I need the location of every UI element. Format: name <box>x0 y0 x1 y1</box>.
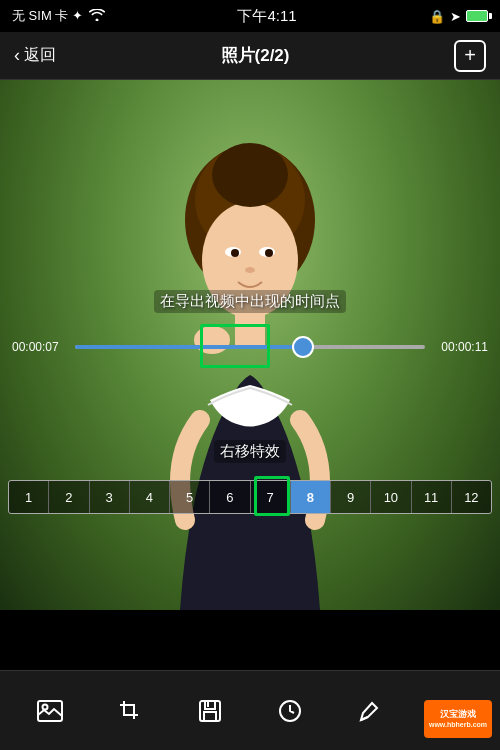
watermark-line1: 汉宝游戏 <box>440 709 476 721</box>
back-button[interactable]: ‹ 返回 <box>14 45 56 66</box>
time-start-label: 00:00:07 <box>12 340 67 354</box>
save-button[interactable] <box>188 689 232 733</box>
photo-area: 在导出视频中出现的时间点 00:00:07 00:00:11 右移特效 1234… <box>0 80 500 610</box>
wifi-icon <box>89 9 105 24</box>
add-button[interactable]: + <box>454 40 486 72</box>
lock-icon: 🔒 <box>429 9 445 24</box>
bottom-toolbar: 汉宝游戏 www.hbherb.com <box>0 670 500 750</box>
svg-point-8 <box>245 267 255 273</box>
time-end-label: 00:00:11 <box>433 340 488 354</box>
status-right: 🔒 ➤ <box>429 9 488 24</box>
watermark: 汉宝游戏 www.hbherb.com <box>424 700 492 738</box>
back-chevron-icon: ‹ <box>14 45 20 66</box>
battery-icon <box>466 10 488 22</box>
number-cell-10[interactable]: 10 <box>371 480 411 514</box>
pen-button[interactable] <box>348 689 392 733</box>
svg-point-12 <box>43 704 48 709</box>
svg-point-3 <box>212 143 288 207</box>
number-cell-1[interactable]: 1 <box>9 480 49 514</box>
svg-rect-14 <box>205 701 215 709</box>
arrow-icon: ➤ <box>450 9 461 24</box>
number-strip-container: 123456789101112 <box>0 480 500 514</box>
svg-rect-15 <box>204 712 216 721</box>
scrubber-highlight-box <box>200 324 270 368</box>
number-cell-6[interactable]: 6 <box>210 480 250 514</box>
scrubber-thumb[interactable] <box>292 336 314 358</box>
number-cell-4[interactable]: 4 <box>130 480 170 514</box>
export-annotation-text: 在导出视频中出现的时间点 <box>154 290 346 313</box>
svg-point-7 <box>265 249 273 257</box>
plus-icon: + <box>464 44 476 67</box>
nav-title: 照片(2/2) <box>221 44 290 67</box>
shift-annotation-text: 右移特效 <box>214 440 286 463</box>
status-left: 无 SIM 卡 ✦ <box>12 7 105 25</box>
watermark-line2: www.hbherb.com <box>429 720 487 729</box>
crop-button[interactable] <box>108 689 152 733</box>
back-label: 返回 <box>24 45 56 66</box>
nav-bar: ‹ 返回 照片(2/2) + <box>0 32 500 80</box>
number-cell-2[interactable]: 2 <box>49 480 89 514</box>
status-time: 下午4:11 <box>237 7 296 26</box>
number-cell-3[interactable]: 3 <box>90 480 130 514</box>
svg-rect-16 <box>207 702 209 707</box>
no-sim-label: 无 SIM 卡 ✦ <box>12 7 83 25</box>
number-cell-9[interactable]: 9 <box>331 480 371 514</box>
number-cell-12[interactable]: 12 <box>452 480 491 514</box>
clock-button[interactable] <box>268 689 312 733</box>
svg-point-6 <box>231 249 239 257</box>
status-bar: 无 SIM 卡 ✦ 下午4:11 🔒 ➤ <box>0 0 500 32</box>
number-highlight-box <box>254 476 290 516</box>
number-cell-11[interactable]: 11 <box>412 480 452 514</box>
number-cell-8[interactable]: 8 <box>291 480 331 514</box>
number-cell-5[interactable]: 5 <box>170 480 210 514</box>
number-strip: 123456789101112 <box>8 480 492 514</box>
gallery-button[interactable] <box>28 689 72 733</box>
